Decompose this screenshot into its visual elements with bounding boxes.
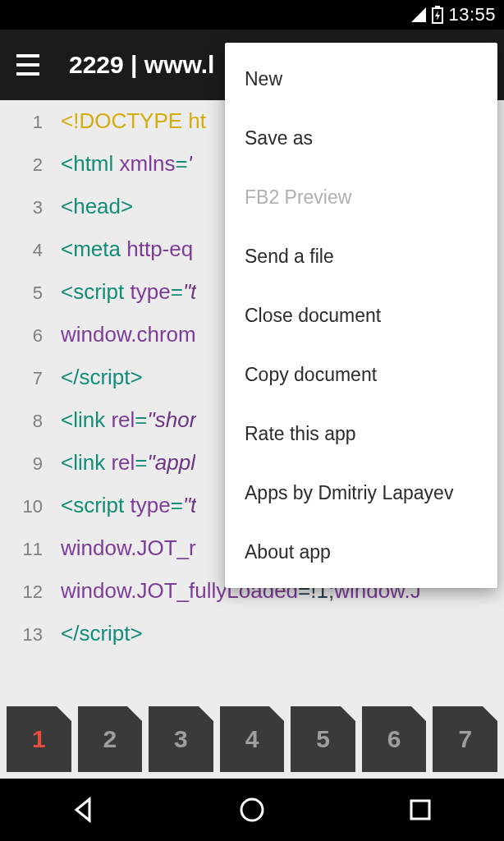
line-number: 2	[0, 154, 61, 176]
line-number: 5	[0, 283, 61, 304]
line-number: 4	[0, 240, 61, 261]
nav-home-button[interactable]	[168, 796, 337, 824]
menu-item: FB2 Preview	[225, 168, 497, 227]
menu-item[interactable]: New	[225, 49, 497, 108]
code-content: window.JOT_r	[61, 535, 196, 561]
line-number: 7	[0, 368, 61, 389]
document-tab[interactable]: 1	[7, 706, 71, 772]
code-content: <script type="t	[61, 493, 196, 518]
line-number: 12	[0, 581, 61, 603]
menu-item[interactable]: About app	[225, 522, 497, 581]
overflow-menu: NewSave asFB2 PreviewSend a fileClose do…	[225, 43, 497, 588]
code-line[interactable]: 13</script>	[0, 621, 504, 664]
line-number: 13	[0, 624, 61, 646]
menu-icon[interactable]	[16, 54, 39, 76]
code-content: <head>	[61, 194, 133, 219]
code-content: <link rel="shor	[61, 407, 196, 433]
menu-item[interactable]: Copy document	[225, 345, 497, 404]
svg-rect-0	[411, 7, 414, 14]
document-tab[interactable]: 2	[78, 706, 143, 772]
document-tab[interactable]: 6	[362, 706, 427, 772]
code-content: <!DOCTYPE ht	[61, 108, 206, 134]
nav-back-button[interactable]	[0, 796, 168, 824]
document-tab[interactable]: 5	[291, 706, 355, 772]
menu-item[interactable]: Save as	[225, 108, 497, 168]
svg-point-4	[241, 799, 263, 820]
line-number: 1	[0, 112, 61, 133]
line-number: 8	[0, 411, 61, 432]
svg-rect-2	[435, 6, 440, 8]
svg-marker-3	[435, 11, 440, 21]
page-title: 2229 | www.l	[69, 51, 214, 79]
line-number: 9	[0, 453, 61, 475]
screen: 13:55 2229 | www.l 1<!DOCTYPE ht2<html x…	[0, 0, 504, 841]
document-tab[interactable]: 7	[433, 706, 497, 772]
line-number: 3	[0, 197, 61, 218]
code-content: </script>	[61, 365, 143, 390]
line-number: 6	[0, 325, 61, 347]
document-tab[interactable]: 3	[149, 706, 213, 772]
document-tabs: 1234567	[0, 700, 504, 779]
menu-item[interactable]: Rate this app	[225, 404, 497, 463]
code-content: <html xmlns='	[61, 151, 192, 177]
line-number: 11	[0, 539, 61, 560]
signal-icon	[410, 7, 427, 23]
status-time: 13:55	[448, 4, 496, 25]
code-content: window.chrom	[61, 322, 196, 347]
menu-item[interactable]: Apps by Dmitriy Lapayev	[225, 463, 497, 522]
menu-item[interactable]: Send a file	[225, 227, 497, 286]
svg-rect-5	[411, 801, 429, 819]
code-content: </script>	[61, 621, 143, 646]
menu-item[interactable]: Close document	[225, 286, 497, 345]
document-tab[interactable]: 4	[220, 706, 285, 772]
battery-charging-icon	[432, 6, 443, 24]
code-content: <meta http-eq	[61, 237, 193, 262]
nav-bar	[0, 779, 504, 841]
code-content: <link rel="appl	[61, 450, 195, 476]
line-number: 10	[0, 496, 61, 517]
code-content: <script type="t	[61, 279, 196, 305]
nav-recent-button[interactable]	[336, 797, 504, 822]
status-bar: 13:55	[0, 0, 504, 30]
